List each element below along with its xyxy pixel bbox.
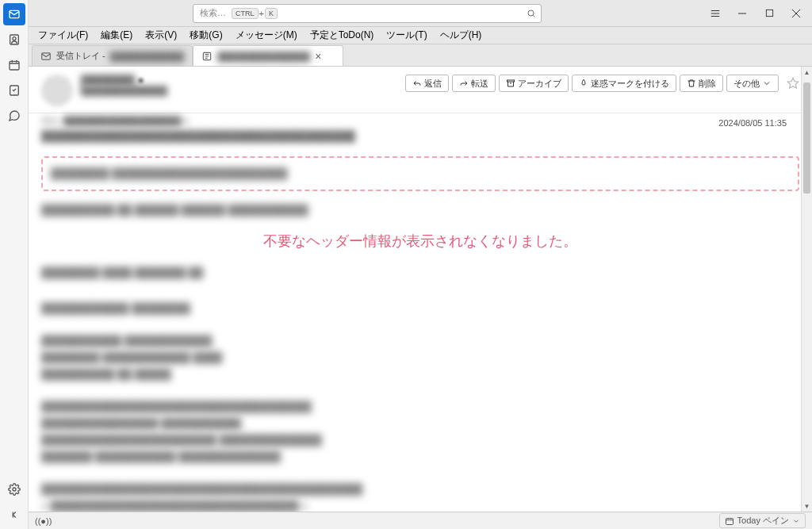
highlight-box: ████████ ████████████████████████: [41, 156, 799, 191]
hamburger-menu-button[interactable]: [703, 2, 728, 25]
tab-inbox[interactable]: 受信トレイ - ████████████: [32, 45, 193, 66]
search-icon: [527, 9, 536, 18]
tab-inbox-account: ████████████: [110, 52, 185, 61]
today-pane-button[interactable]: Today ペイン: [719, 513, 806, 528]
scroll-down-icon[interactable]: ▼: [802, 500, 812, 512]
kbd-k: K: [265, 8, 278, 19]
message-timestamp: 2024/08/05 11:35: [706, 115, 799, 142]
menubar: ファイル(F) 編集(E) 表示(V) 移動(G) メッセージ(M) 予定とTo…: [0, 27, 812, 44]
connection-icon: ((●)): [35, 516, 52, 526]
svg-rect-12: [726, 518, 733, 524]
svg-rect-7: [766, 10, 772, 16]
scroll-thumb[interactable]: [803, 82, 810, 194]
svg-point-2: [13, 37, 16, 40]
search-placeholder: 検索…: [200, 7, 226, 19]
avatar: [41, 75, 73, 106]
sender-name: ████████: [81, 75, 135, 86]
kbd-ctrl: CTRL: [232, 8, 259, 19]
mail-space-icon[interactable]: [3, 3, 25, 25]
svg-point-5: [13, 488, 16, 491]
reply-button[interactable]: 返信: [405, 75, 449, 92]
sender-address: ██████████████: [81, 86, 405, 95]
svg-rect-3: [10, 61, 19, 70]
collapse-icon[interactable]: [3, 504, 25, 526]
calendar-space-icon[interactable]: [3, 54, 25, 76]
annotation-text: 不要なヘッダー情報が表示されなくなりました。: [41, 232, 799, 251]
tab-close-icon[interactable]: ×: [315, 50, 321, 63]
other-button[interactable]: その他: [726, 75, 779, 92]
forward-button[interactable]: 転送: [452, 75, 496, 92]
message-body: ████████ ████████████████████████ ██████…: [29, 142, 812, 512]
menu-help[interactable]: ヘルプ(H): [434, 27, 488, 44]
spaces-sidebar: [0, 0, 29, 529]
archive-button[interactable]: アーカイブ: [499, 75, 569, 92]
tab-message[interactable]: ███████████████ ×: [193, 45, 343, 66]
statusbar: ((●)) Today ペイン: [29, 512, 812, 529]
chat-space-icon[interactable]: [3, 105, 25, 127]
tabbar: 受信トレイ - ████████████ ███████████████ ×: [0, 44, 812, 67]
junk-button[interactable]: 迷惑マークを付ける: [572, 75, 676, 92]
settings-icon[interactable]: [3, 478, 25, 500]
delete-button[interactable]: 削除: [680, 75, 723, 92]
message-actions: 返信 転送 アーカイブ 迷惑マークを付ける 削除 その他: [405, 75, 799, 92]
tab-message-title: ███████████████: [217, 52, 310, 61]
subject-line: ████████████████████████████████████████…: [41, 130, 355, 142]
svg-point-6: [528, 10, 534, 16]
menu-file[interactable]: ファイル(F): [32, 27, 94, 44]
tab-inbox-label: 受信トレイ -: [56, 50, 105, 62]
vertical-scrollbar[interactable]: ▲ ▼: [801, 67, 812, 512]
addressbook-space-icon[interactable]: [3, 29, 25, 51]
global-search-input[interactable]: 検索… CTRL + K: [193, 4, 542, 23]
star-icon[interactable]: [787, 77, 799, 90]
svg-marker-11: [787, 78, 798, 88]
menu-message[interactable]: メッセージ(M): [229, 27, 304, 44]
recipient-line: 宛先: ███████████████████ ●: [41, 115, 355, 127]
menu-view[interactable]: 表示(V): [139, 27, 183, 44]
menu-calendar[interactable]: 予定とToDo(N): [304, 27, 381, 44]
menu-edit[interactable]: 編集(E): [94, 27, 139, 44]
message-header: ████████ ● ██████████████ 返信 転送 アーカイブ 迷惑…: [29, 67, 812, 113]
menu-tools[interactable]: ツール(T): [380, 27, 433, 44]
menu-go[interactable]: 移動(G): [183, 27, 228, 44]
window-minimize-button[interactable]: [730, 2, 755, 25]
window-close-button[interactable]: [783, 2, 809, 25]
scroll-up-icon[interactable]: ▲: [802, 67, 812, 78]
titlebar: 検索… CTRL + K: [0, 0, 812, 27]
window-maximize-button[interactable]: [756, 2, 782, 25]
svg-rect-10: [508, 80, 515, 82]
tasks-space-icon[interactable]: [3, 79, 25, 102]
message-pane: ████████ ● ██████████████ 返信 転送 アーカイブ 迷惑…: [29, 67, 812, 512]
